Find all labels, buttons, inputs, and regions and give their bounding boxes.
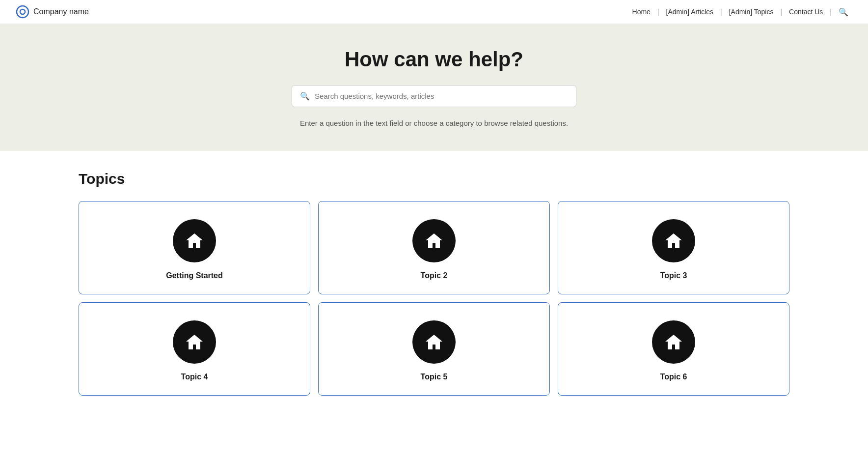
topic-3[interactable]: Topic 3 <box>558 201 789 294</box>
search-bar-icon: 🔍 <box>300 91 310 101</box>
hero-subtitle: Enter a question in the text field or ch… <box>16 119 852 127</box>
topic-5[interactable]: Topic 5 <box>318 302 550 396</box>
search-input[interactable] <box>315 92 568 100</box>
nav-divider-2: | <box>719 8 723 16</box>
navbar: Company name Home | [Admin] Articles | [… <box>0 0 868 24</box>
topics-heading: Topics <box>79 171 789 187</box>
topics-section: Topics Getting Started Topic 2 <box>0 151 868 425</box>
topics-grid: Getting Started Topic 2 Topic 3 <box>79 201 789 396</box>
topic-6[interactable]: Topic 6 <box>558 302 789 396</box>
topic-label-6: Topic 6 <box>660 373 687 381</box>
home-icon-5 <box>423 331 445 353</box>
topic-4[interactable]: Topic 4 <box>79 302 310 396</box>
topic-icon-4 <box>173 320 216 364</box>
topic-icon-3 <box>652 219 695 262</box>
home-icon <box>183 230 206 252</box>
nav-admin-articles[interactable]: [Admin] Articles <box>662 6 717 18</box>
topic-icon-2 <box>412 219 456 262</box>
search-icon[interactable]: 🔍 <box>835 5 852 19</box>
hero-title: How can we help? <box>16 48 852 71</box>
brand-name: Company name <box>33 7 89 16</box>
nav-contact-us[interactable]: Contact Us <box>785 6 827 18</box>
nav-divider-4: | <box>829 8 833 16</box>
svg-point-1 <box>20 9 25 14</box>
nav-divider-1: | <box>656 8 660 16</box>
topic-icon-getting-started <box>173 219 216 262</box>
topic-label-3: Topic 3 <box>660 271 687 280</box>
nav-home[interactable]: Home <box>628 6 654 18</box>
svg-point-0 <box>17 6 28 18</box>
topic-icon-6 <box>652 320 695 364</box>
topic-icon-5 <box>412 320 456 364</box>
topic-getting-started[interactable]: Getting Started <box>79 201 310 294</box>
topic-label-getting-started: Getting Started <box>166 271 223 280</box>
home-icon-6 <box>662 331 685 353</box>
search-bar-wrapper: 🔍 <box>16 85 852 107</box>
brand-icon <box>16 5 29 19</box>
topic-label-4: Topic 4 <box>181 373 208 381</box>
topic-2[interactable]: Topic 2 <box>318 201 550 294</box>
brand-logo[interactable]: Company name <box>16 5 89 19</box>
home-icon-3 <box>662 230 685 252</box>
hero-section: How can we help? 🔍 Enter a question in t… <box>0 24 868 151</box>
nav-links: Home | [Admin] Articles | [Admin] Topics… <box>628 5 852 19</box>
nav-divider-3: | <box>779 8 783 16</box>
topic-label-2: Topic 2 <box>421 271 448 280</box>
topic-label-5: Topic 5 <box>421 373 448 381</box>
search-bar: 🔍 <box>292 85 576 107</box>
nav-admin-topics[interactable]: [Admin] Topics <box>725 6 778 18</box>
home-icon-4 <box>183 331 206 353</box>
home-icon-2 <box>423 230 445 252</box>
